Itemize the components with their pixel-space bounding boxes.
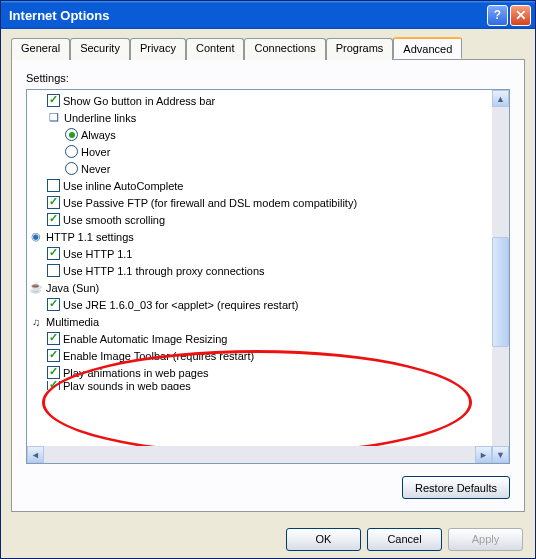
checkbox[interactable] xyxy=(47,381,60,390)
tree-row-label: Use JRE 1.6.0_03 for <applet> (requires … xyxy=(63,299,298,311)
tab-content[interactable]: Content xyxy=(186,38,245,60)
checkbox[interactable] xyxy=(47,179,60,192)
checkbox[interactable] xyxy=(47,213,60,226)
tab-advanced[interactable]: Advanced xyxy=(393,37,462,59)
horizontal-scrollbar[interactable]: ◄ ► xyxy=(27,446,492,463)
tree-row-label: Enable Image Toolbar (requires restart) xyxy=(63,350,254,362)
scroll-down-button[interactable]: ▼ xyxy=(492,446,509,463)
tree-row: ☕Java (Sun) xyxy=(29,279,490,296)
tree-row[interactable]: Use HTTP 1.1 xyxy=(29,245,490,262)
tab-connections[interactable]: Connections xyxy=(244,38,325,60)
tree-row-label: Hover xyxy=(81,146,110,158)
tree-row-label: Use HTTP 1.1 xyxy=(63,248,133,260)
tree-row[interactable]: Always xyxy=(29,126,490,143)
tree-row[interactable]: Never xyxy=(29,160,490,177)
dialog-buttons: OK Cancel Apply xyxy=(1,520,535,558)
tree-row-label: Play animations in web pages xyxy=(63,367,209,379)
tree-row-label: Use inline AutoComplete xyxy=(63,180,183,192)
scroll-left-button[interactable]: ◄ xyxy=(27,446,44,463)
help-button[interactable]: ? xyxy=(487,5,508,26)
close-button[interactable]: ✕ xyxy=(510,5,531,26)
settings-tree-frame: Show Go button in Address bar❑Underline … xyxy=(26,89,510,464)
checkbox[interactable] xyxy=(47,247,60,260)
tree-row-label: Always xyxy=(81,129,116,141)
checkbox[interactable] xyxy=(47,349,60,362)
radio[interactable] xyxy=(65,128,78,141)
tree-row-label: Java (Sun) xyxy=(46,282,99,294)
tab-security[interactable]: Security xyxy=(70,38,130,60)
tree-row[interactable]: Use smooth scrolling xyxy=(29,211,490,228)
tree-row: ❑Underline links xyxy=(29,109,490,126)
http-icon: ◉ xyxy=(29,230,43,244)
tree-row: ♫Multimedia xyxy=(29,313,490,330)
settings-tree[interactable]: Show Go button in Address bar❑Underline … xyxy=(27,90,492,446)
scroll-right-button[interactable]: ► xyxy=(475,446,492,463)
tree-row[interactable]: Enable Automatic Image Resizing xyxy=(29,330,490,347)
tree-row-label: HTTP 1.1 settings xyxy=(46,231,134,243)
checkbox[interactable] xyxy=(47,196,60,209)
tree-row[interactable]: Use JRE 1.6.0_03 for <applet> (requires … xyxy=(29,296,490,313)
tree-row-label: Use Passive FTP (for firewall and DSL mo… xyxy=(63,197,357,209)
tree-row-label: Multimedia xyxy=(46,316,99,328)
client-area: General Security Privacy Content Connect… xyxy=(1,29,535,520)
tree-row-label: Never xyxy=(81,163,110,175)
mm-icon: ♫ xyxy=(29,315,43,329)
settings-label: Settings: xyxy=(26,72,510,84)
tree-row[interactable]: Use HTTP 1.1 through proxy connections xyxy=(29,262,490,279)
underline-icon: ❑ xyxy=(47,111,61,125)
internet-options-window: Internet Options ? ✕ General Security Pr… xyxy=(0,0,536,559)
cancel-button[interactable]: Cancel xyxy=(367,528,442,551)
checkbox[interactable] xyxy=(47,332,60,345)
window-title: Internet Options xyxy=(9,8,109,23)
v-scroll-thumb[interactable] xyxy=(492,237,509,347)
tree-row: ◉HTTP 1.1 settings xyxy=(29,228,490,245)
tree-row-label: Use HTTP 1.1 through proxy connections xyxy=(63,265,265,277)
java-icon: ☕ xyxy=(29,281,43,295)
tree-row-label: Enable Automatic Image Resizing xyxy=(63,333,227,345)
tab-privacy[interactable]: Privacy xyxy=(130,38,186,60)
radio[interactable] xyxy=(65,162,78,175)
ok-button[interactable]: OK xyxy=(286,528,361,551)
checkbox[interactable] xyxy=(47,264,60,277)
v-scroll-track[interactable] xyxy=(492,347,509,446)
h-scroll-track[interactable] xyxy=(44,446,475,463)
tree-row-label: Use smooth scrolling xyxy=(63,214,165,226)
checkbox[interactable] xyxy=(47,298,60,311)
tree-row[interactable]: Enable Image Toolbar (requires restart) xyxy=(29,347,490,364)
scroll-up-button[interactable]: ▲ xyxy=(492,90,509,107)
checkbox[interactable] xyxy=(47,366,60,379)
tree-row[interactable]: Show Go button in Address bar xyxy=(29,92,490,109)
tree-row[interactable]: Play sounds in web pages xyxy=(29,381,490,390)
checkbox[interactable] xyxy=(47,94,60,107)
tab-programs[interactable]: Programs xyxy=(326,38,394,60)
vertical-scrollbar[interactable]: ▲ ▼ xyxy=(492,90,509,463)
advanced-pane: Settings: Show Go button in Address bar❑… xyxy=(11,59,525,512)
restore-defaults-button[interactable]: Restore Defaults xyxy=(402,476,510,499)
radio[interactable] xyxy=(65,145,78,158)
tab-strip: General Security Privacy Content Connect… xyxy=(11,37,525,59)
tab-general[interactable]: General xyxy=(11,38,70,60)
tree-row-label: Underline links xyxy=(64,112,136,124)
tree-row[interactable]: Use Passive FTP (for firewall and DSL mo… xyxy=(29,194,490,211)
tree-row[interactable]: Use inline AutoComplete xyxy=(29,177,490,194)
tree-row-label: Show Go button in Address bar xyxy=(63,95,215,107)
apply-button[interactable]: Apply xyxy=(448,528,523,551)
tree-row[interactable]: Play animations in web pages xyxy=(29,364,490,381)
tree-row-label: Play sounds in web pages xyxy=(63,381,191,390)
tree-row[interactable]: Hover xyxy=(29,143,490,160)
titlebar: Internet Options ? ✕ xyxy=(1,1,535,29)
